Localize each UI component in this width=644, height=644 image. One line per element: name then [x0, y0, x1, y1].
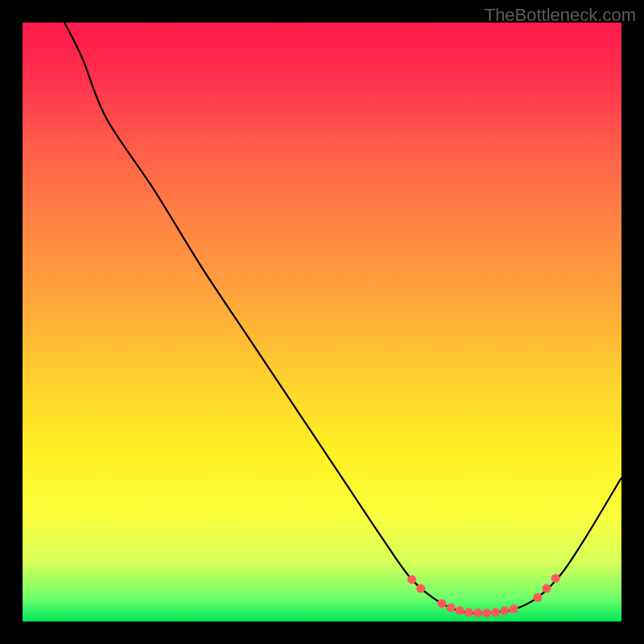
- watermark-text: TheBottleneck.com: [485, 5, 636, 26]
- optimal-point: [533, 593, 542, 602]
- optimal-point: [543, 584, 551, 593]
- optimal-point: [464, 608, 473, 617]
- optimal-point: [482, 609, 491, 617]
- optimal-point: [446, 603, 455, 612]
- optimal-point: [551, 574, 560, 583]
- optimal-point: [510, 605, 518, 613]
- curve-overlay: [23, 23, 621, 621]
- optimal-point: [456, 606, 464, 615]
- optimal-point: [473, 609, 482, 617]
- optimal-point: [500, 606, 509, 615]
- optimal-point: [491, 608, 500, 617]
- plot-area: [23, 23, 621, 621]
- chart-container: TheBottleneck.com: [0, 0, 644, 644]
- optimal-point: [407, 575, 416, 584]
- optimal-point: [416, 584, 425, 593]
- optimal-point: [437, 599, 446, 608]
- bottleneck-curve: [64, 23, 621, 613]
